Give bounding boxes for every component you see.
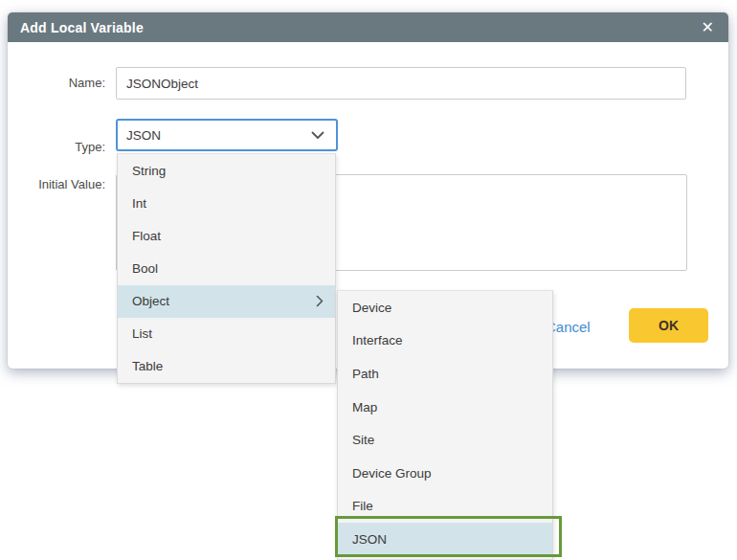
screen: Add Local Variable ✕ Name: Type: JSON In…	[0, 0, 737, 560]
name-label: Name:	[8, 76, 105, 90]
menu-item-bool[interactable]: Bool	[118, 252, 335, 284]
menu-item-list[interactable]: List	[118, 318, 335, 350]
submenu-item-device-group[interactable]: Device Group	[338, 457, 552, 490]
ok-button[interactable]: OK	[629, 308, 708, 343]
submenu-item-site[interactable]: Site	[338, 423, 552, 457]
submenu-item-path[interactable]: Path	[338, 357, 552, 391]
type-dropdown-menu: String Int Float Bool Object List Table	[117, 153, 336, 384]
menu-item-float[interactable]: Float	[118, 219, 335, 252]
menu-item-int[interactable]: Int	[118, 187, 335, 219]
name-input[interactable]	[116, 67, 686, 100]
submenu-item-file[interactable]: File	[338, 490, 552, 524]
submenu-item-map[interactable]: Map	[338, 391, 552, 424]
submenu-item-interface[interactable]: Interface	[338, 325, 552, 358]
type-label: Type:	[8, 140, 105, 154]
close-icon[interactable]: ✕	[700, 20, 716, 35]
menu-item-table[interactable]: Table	[118, 350, 335, 383]
submenu-item-json[interactable]: JSON	[338, 523, 552, 556]
chevron-right-icon	[316, 295, 324, 307]
chevron-down-icon	[311, 131, 324, 140]
type-select[interactable]: JSON	[116, 119, 338, 151]
submenu-item-device[interactable]: Device	[338, 291, 552, 325]
menu-item-object[interactable]: Object	[118, 285, 335, 318]
object-submenu: Device Interface Path Map Site Device Gr…	[337, 290, 553, 560]
initial-value-label: Initial Value:	[8, 177, 105, 191]
dialog-title: Add Local Variable	[20, 20, 144, 35]
type-select-value: JSON	[126, 128, 161, 143]
menu-item-string[interactable]: String	[118, 154, 335, 187]
dialog-header: Add Local Variable ✕	[8, 12, 728, 42]
